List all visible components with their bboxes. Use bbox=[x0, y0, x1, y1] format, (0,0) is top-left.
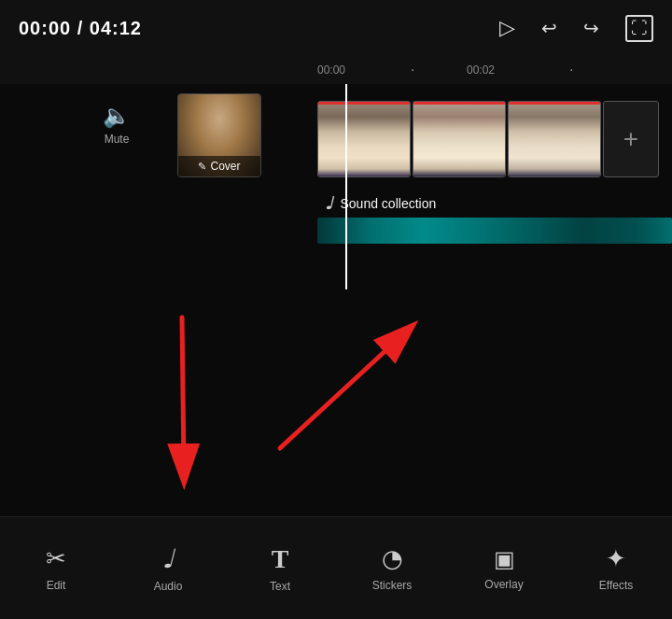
time-display: 00:00 / 04:12 bbox=[19, 18, 142, 39]
fullscreen-button[interactable]: ⛶ bbox=[625, 15, 653, 42]
clip-red-bar-2 bbox=[413, 102, 505, 105]
video-clip-2[interactable] bbox=[413, 101, 506, 177]
tool-audio[interactable]: ♩ Audio bbox=[112, 543, 224, 593]
edit-label: Edit bbox=[47, 579, 66, 592]
text-label: Text bbox=[270, 580, 290, 593]
overlay-label: Overlay bbox=[484, 578, 523, 591]
undo-button[interactable]: ↩ bbox=[541, 17, 557, 39]
tool-overlay[interactable]: ▣ Overlay bbox=[448, 546, 560, 591]
cover-edit-icon: ✎ bbox=[198, 161, 206, 173]
header-controls: ▷ ↩ ↪ ⛶ bbox=[499, 15, 653, 42]
current-time: 00:00 bbox=[19, 18, 71, 38]
add-clip-button[interactable]: + bbox=[603, 101, 659, 177]
video-track: + bbox=[317, 101, 659, 177]
sound-collection-label: Sound collection bbox=[341, 196, 437, 211]
clip-red-bar-3 bbox=[509, 102, 600, 105]
video-clip-1[interactable] bbox=[317, 101, 411, 177]
audio-label: Audio bbox=[154, 580, 183, 593]
clip-face-1 bbox=[318, 102, 410, 176]
text-icon: T bbox=[272, 544, 289, 574]
clip-red-bar-1 bbox=[318, 102, 410, 105]
video-track-area: + ♩ Sound collection bbox=[317, 84, 672, 516]
ruler-dot-1: · bbox=[411, 62, 414, 78]
time-separator: / bbox=[77, 18, 90, 38]
ruler-mark-2: 00:02 bbox=[467, 63, 495, 77]
stickers-icon: ◔ bbox=[382, 544, 403, 573]
clip-face-2 bbox=[413, 102, 505, 176]
redo-button[interactable]: ↪ bbox=[583, 17, 599, 39]
timeline-ruler: 00:00 · 00:02 · bbox=[0, 56, 672, 84]
cover-label: Cover bbox=[210, 160, 240, 173]
playhead bbox=[345, 84, 347, 289]
timeline-content: 🔈 Mute ✎ Cover bbox=[0, 84, 672, 516]
sound-label: ♩ Sound collection bbox=[317, 191, 672, 216]
effects-icon: ✦ bbox=[606, 544, 626, 573]
bottom-toolbar: ✂ Edit ♩ Audio T Text ◔ Stickers ▣ Overl… bbox=[0, 516, 672, 619]
tool-edit[interactable]: ✂ Edit bbox=[0, 544, 112, 592]
effects-label: Effects bbox=[599, 579, 633, 592]
overlay-icon: ▣ bbox=[494, 546, 515, 572]
audio-icon: ♩ bbox=[161, 543, 174, 574]
tool-effects[interactable]: ✦ Effects bbox=[560, 544, 672, 592]
mute-label: Mute bbox=[105, 133, 130, 146]
header: 00:00 / 04:12 ▷ ↩ ↪ ⛶ bbox=[0, 0, 672, 56]
mute-button[interactable]: 🔈 Mute bbox=[103, 103, 131, 146]
mute-icon: 🔈 bbox=[103, 103, 131, 129]
ruler-mark-1: 00:00 bbox=[317, 63, 345, 77]
tool-text[interactable]: T Text bbox=[224, 544, 336, 593]
play-button[interactable]: ▷ bbox=[499, 16, 515, 40]
clip-face-3 bbox=[509, 102, 600, 176]
stickers-label: Stickers bbox=[372, 579, 413, 592]
left-panel: 🔈 Mute ✎ Cover bbox=[0, 84, 317, 516]
total-time: 04:12 bbox=[90, 18, 142, 38]
cover-label-bar: ✎ Cover bbox=[178, 156, 260, 176]
sound-icon: ♩ bbox=[325, 193, 333, 214]
cover-thumbnail[interactable]: ✎ Cover bbox=[177, 93, 261, 177]
sound-waveform bbox=[317, 218, 672, 244]
edit-icon: ✂ bbox=[46, 544, 66, 573]
add-clip-plus-icon: + bbox=[623, 124, 638, 154]
timeline-area: 00:00 · 00:02 · 🔈 Mute ✎ Cover bbox=[0, 56, 672, 516]
video-clip-3[interactable] bbox=[508, 101, 601, 177]
sound-track[interactable]: ♩ Sound collection bbox=[317, 191, 672, 238]
tool-stickers[interactable]: ◔ Stickers bbox=[336, 544, 448, 592]
ruler-dot-2: · bbox=[569, 62, 573, 78]
